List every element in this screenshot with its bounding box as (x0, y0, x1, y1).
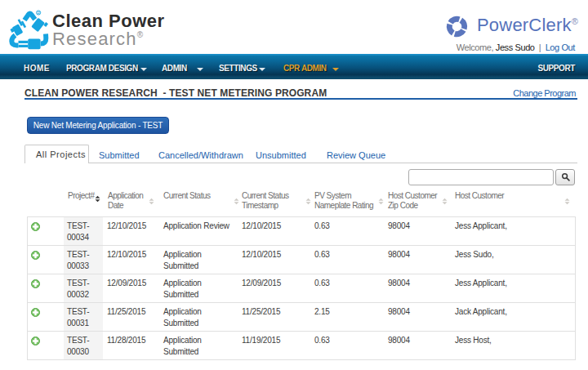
svg-text:R: R (37, 11, 40, 16)
